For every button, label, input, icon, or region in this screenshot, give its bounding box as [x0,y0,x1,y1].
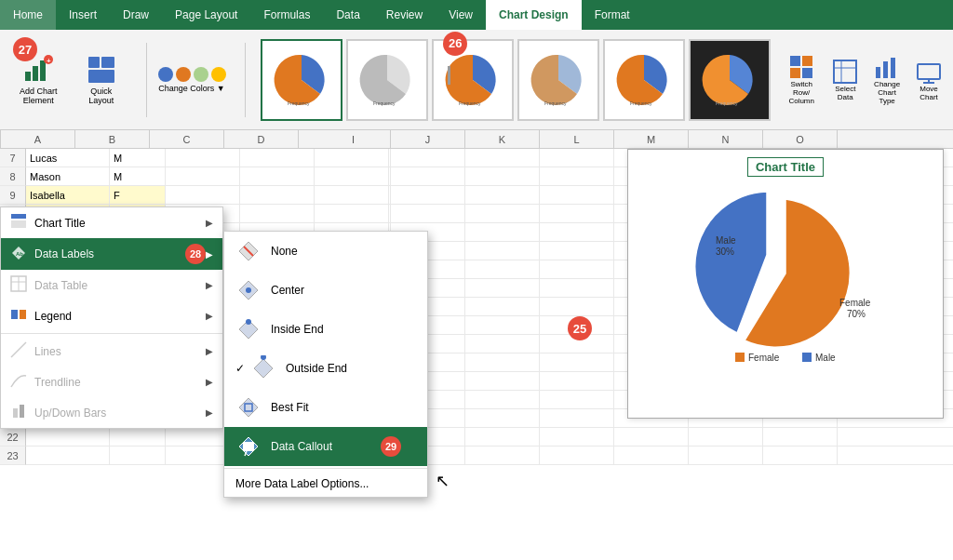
cell-l[interactable] [540,353,614,371]
menu-chart-design[interactable]: Chart Design [486,0,582,30]
cell-d[interactable] [240,205,315,222]
cell-n[interactable] [689,428,763,446]
cell-o[interactable] [763,447,838,464]
cell-k[interactable] [465,428,540,446]
cell-d[interactable] [240,167,315,185]
cell-i[interactable] [316,186,391,204]
cell-l[interactable] [540,298,614,315]
quick-layout-button[interactable]: QuickLayout [74,51,128,109]
updown-bars-menu-item[interactable]: Up/Down Bars ▶ [1,397,222,428]
cell-j[interactable] [391,186,465,204]
cell-n[interactable] [689,447,763,464]
chart-style-5[interactable]: Frequency [603,39,685,121]
select-data-button[interactable]: SelectData [828,55,862,105]
menu-review[interactable]: Review [373,0,436,30]
cell-d[interactable] [240,149,315,167]
menu-formulas[interactable]: Formulas [250,0,323,30]
cell-l[interactable] [540,391,614,408]
cell-l[interactable] [540,372,614,390]
cell-d[interactable] [240,186,315,204]
menu-data[interactable]: Data [323,0,372,30]
cell-c[interactable] [166,149,240,167]
submenu-outside-end[interactable]: ✓ Outside End [224,349,427,388]
chart-style-4[interactable]: Frequency [517,39,599,121]
cell-i[interactable] [316,205,391,222]
submenu-center[interactable]: Center [224,271,427,310]
menu-view[interactable]: View [436,0,486,30]
color-blue[interactable] [158,67,173,82]
chart-style-1[interactable]: Frequency [261,39,342,121]
cell-m[interactable] [614,447,689,464]
cell-k[interactable] [465,223,540,241]
lines-menu-item[interactable]: Lines ▶ [1,336,222,367]
cell-l[interactable] [540,260,614,278]
menu-insert[interactable]: Insert [56,0,110,30]
cell-k[interactable] [465,298,540,315]
cell-o[interactable] [763,428,838,446]
menu-draw[interactable]: Draw [110,0,162,30]
cell-i[interactable] [316,149,391,167]
cell-m[interactable] [614,428,689,446]
cell-k[interactable] [465,186,540,204]
cell-i[interactable] [316,167,391,185]
color-green[interactable] [194,67,208,82]
menu-home[interactable]: Home [0,0,56,30]
submenu-data-callout[interactable]: Data Callout 29 [224,427,427,466]
cell-l[interactable] [540,205,614,222]
chart-style-6[interactable]: Frequency [689,39,771,121]
cell-c[interactable] [166,167,240,185]
legend-menu-item[interactable]: Legend ▶ [1,300,222,331]
cell-l[interactable] [540,223,614,241]
color-orange[interactable] [176,67,191,82]
cell-k[interactable] [465,316,540,334]
submenu-best-fit[interactable]: Best Fit [224,388,427,427]
cell-l[interactable] [540,149,614,167]
cell-b[interactable]: M [110,167,166,185]
cell-k[interactable] [465,447,540,464]
switch-row-col-button[interactable]: Switch Row/Column [780,50,823,109]
move-chart-button[interactable]: MoveChart [912,55,946,105]
trendline-menu-item[interactable]: Trendline ▶ [1,367,222,397]
cell-l[interactable] [540,242,614,260]
cell-l[interactable] [540,409,614,427]
submenu-inside-end[interactable]: Inside End [224,310,427,349]
cell-j[interactable] [391,167,465,185]
chart-style-3[interactable]: Frequency [432,39,514,121]
cell-k[interactable] [465,242,540,260]
cell-c[interactable] [166,186,240,204]
cell-k[interactable] [465,335,540,353]
cell-j[interactable] [391,149,465,167]
cell-k[interactable] [465,260,540,278]
cell-l[interactable] [540,279,614,297]
cell-j[interactable] [391,205,465,222]
cell-b[interactable]: M [110,149,166,167]
chart-style-2[interactable]: Frequency [346,39,428,121]
cell-a[interactable]: Lucas [26,149,110,167]
cell-a[interactable]: Isabella [26,186,110,204]
add-chart-element-button[interactable]: + Add ChartElement [7,51,69,109]
menu-format[interactable]: Format [582,0,643,30]
change-chart-type-button[interactable]: ChangeChart Type [867,50,906,109]
cell-k[interactable] [465,391,540,408]
cell-a[interactable] [26,428,110,446]
cell-k[interactable] [465,409,540,427]
cell-k[interactable] [465,205,540,222]
cell-b[interactable] [110,428,166,446]
cell-k[interactable] [465,372,540,390]
cell-l[interactable] [540,428,614,446]
cell-k[interactable] [465,279,540,297]
cell-l[interactable] [540,167,614,185]
color-yellow[interactable] [211,67,226,82]
data-labels-menu-item[interactable]: Ab Data Labels 28 ▶ [1,238,222,270]
cell-k[interactable] [465,149,540,167]
menu-page-layout[interactable]: Page Layout [162,0,250,30]
more-options-item[interactable]: More Data Label Options... [224,471,427,497]
chart-title-menu-item[interactable]: Chart Title ▶ [1,207,222,238]
cell-k[interactable] [465,353,540,371]
cell-a[interactable] [26,447,110,464]
cell-a[interactable]: Mason [26,167,110,185]
data-table-menu-item[interactable]: Data Table ▶ [1,270,222,300]
cell-k[interactable] [465,167,540,185]
submenu-none[interactable]: None [224,232,427,271]
cell-l[interactable] [540,186,614,204]
